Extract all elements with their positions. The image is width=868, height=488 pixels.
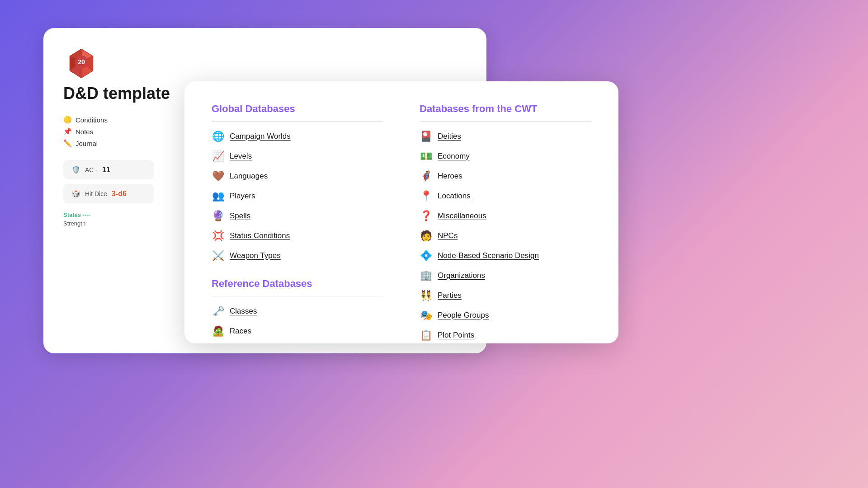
app-logo: 20 — [63, 46, 99, 82]
ac-value: 11 — [102, 166, 110, 174]
deities-label: Deities — [438, 132, 461, 141]
global-databases-divider — [212, 121, 383, 122]
db-item-plot-points[interactable]: 📋 Plot Points — [420, 329, 591, 341]
campaign-worlds-label: Campaign Worlds — [230, 132, 291, 141]
db-item-classes[interactable]: 🗝️ Classes — [212, 305, 383, 317]
reference-databases-divider — [212, 296, 383, 296]
db-item-players[interactable]: 👥 Players — [212, 190, 383, 202]
notes-icon: 📌 — [63, 127, 72, 136]
db-item-campaign-worlds[interactable]: 🌐 Campaign Worlds — [212, 131, 383, 142]
db-item-levels[interactable]: 📈 Levels — [212, 150, 383, 162]
hit-dice-stat-card: 🎲 Hit Dice 3-d6 — [63, 184, 154, 203]
global-databases-list: 🌐 Campaign Worlds 📈 Levels 🤎 Languages 👥… — [212, 131, 383, 262]
heroes-label: Heroes — [438, 172, 462, 181]
db-item-people-groups[interactable]: 🎭 People Groups — [420, 310, 591, 321]
deities-icon: 🎴 — [420, 131, 432, 142]
sidebar-label-notes: Notes — [75, 128, 93, 136]
status-conditions-icon: 💢 — [212, 230, 224, 242]
db-item-locations[interactable]: 📍 Locations — [420, 190, 591, 202]
global-databases-section: Global Databases 🌐 Campaign Worlds 📈 Lev… — [212, 103, 383, 262]
parties-icon: 👯 — [420, 290, 432, 301]
cwt-databases-heading: Databases from the CWT — [420, 103, 591, 115]
levels-icon: 📈 — [212, 150, 224, 162]
people-groups-label: People Groups — [438, 311, 489, 320]
global-databases-heading: Global Databases — [212, 103, 383, 115]
db-item-parties[interactable]: 👯 Parties — [420, 290, 591, 301]
locations-label: Locations — [438, 192, 471, 201]
db-item-heroes[interactable]: 🦸 Heroes — [420, 170, 591, 182]
db-item-node-based[interactable]: 💠 Node-Based Scenario Design — [420, 250, 591, 262]
db-item-languages[interactable]: 🤎 Languages — [212, 170, 383, 182]
ac-label: AC - — [85, 166, 98, 174]
reference-databases-list: 🗝️ Classes 🧟 Races 🧩 Subclass — [212, 305, 383, 343]
levels-label: Levels — [230, 152, 252, 161]
cwt-databases-section: Databases from the CWT 🎴 Deities 💵 Econo… — [420, 103, 591, 341]
hit-dice-label: Hit Dice — [85, 190, 107, 197]
right-column: Databases from the CWT 🎴 Deities 💵 Econo… — [420, 103, 591, 322]
economy-icon: 💵 — [420, 150, 432, 162]
dice-icon: 🎲 — [71, 189, 80, 198]
conditions-icon: 🟡 — [63, 116, 72, 124]
left-column: Global Databases 🌐 Campaign Worlds 📈 Lev… — [212, 103, 383, 322]
main-card: Global Databases 🌐 Campaign Worlds 📈 Lev… — [184, 81, 618, 343]
hit-dice-value: 3-d6 — [112, 190, 127, 198]
db-item-races[interactable]: 🧟 Races — [212, 325, 383, 337]
cwt-databases-divider — [420, 121, 591, 122]
organizations-label: Organizations — [438, 271, 485, 280]
sidebar-label-journal: Journal — [75, 140, 98, 147]
races-label: Races — [230, 327, 251, 336]
weapon-types-label: Weapon Types — [230, 251, 281, 260]
organizations-icon: 🏢 — [420, 270, 432, 282]
weapon-types-icon: ⚔️ — [212, 250, 224, 262]
reference-databases-heading: Reference Databases — [212, 278, 383, 290]
svg-text:20: 20 — [78, 58, 85, 66]
economy-label: Economy — [438, 152, 470, 161]
classes-label: Classes — [230, 307, 257, 316]
parties-label: Parties — [438, 291, 462, 300]
db-item-economy[interactable]: 💵 Economy — [420, 150, 591, 162]
classes-icon: 🗝️ — [212, 305, 224, 317]
cwt-databases-list: 🎴 Deities 💵 Economy 🦸 Heroes 📍 Locations — [420, 131, 591, 341]
players-icon: 👥 — [212, 190, 224, 202]
players-label: Players — [230, 192, 255, 201]
locations-icon: 📍 — [420, 190, 432, 202]
races-icon: 🧟 — [212, 325, 224, 337]
people-groups-icon: 🎭 — [420, 310, 432, 321]
heroes-icon: 🦸 — [420, 170, 432, 182]
languages-label: Languages — [230, 172, 268, 181]
ac-stat-card: 🛡️ AC - 11 — [63, 160, 154, 179]
plot-points-icon: 📋 — [420, 329, 432, 341]
plot-points-label: Plot Points — [438, 331, 474, 340]
db-item-spells[interactable]: 🔮 Spells — [212, 210, 383, 222]
spells-icon: 🔮 — [212, 210, 224, 222]
db-item-weapon-types[interactable]: ⚔️ Weapon Types — [212, 250, 383, 262]
db-item-deities[interactable]: 🎴 Deities — [420, 131, 591, 142]
node-based-icon: 💠 — [420, 250, 432, 262]
sidebar-label-conditions: Conditions — [75, 116, 108, 124]
npcs-icon: 🧑 — [420, 230, 432, 242]
npcs-label: NPCs — [438, 231, 458, 240]
reference-databases-section: Reference Databases 🗝️ Classes 🧟 Races 🧩… — [212, 278, 383, 343]
miscellaneous-icon: ❓ — [420, 210, 432, 222]
languages-icon: 🤎 — [212, 170, 224, 182]
db-item-npcs[interactable]: 🧑 NPCs — [420, 230, 591, 242]
db-item-status-conditions[interactable]: 💢 Status Conditions — [212, 230, 383, 242]
status-conditions-label: Status Conditions — [230, 231, 290, 240]
db-item-miscellaneous[interactable]: ❓ Miscellaneous — [420, 210, 591, 222]
spells-label: Spells — [230, 211, 250, 221]
journal-icon: ✏️ — [63, 139, 72, 147]
node-based-label: Node-Based Scenario Design — [438, 251, 539, 260]
campaign-worlds-icon: 🌐 — [212, 131, 224, 142]
miscellaneous-label: Miscellaneous — [438, 211, 486, 221]
shield-icon: 🛡️ — [71, 165, 80, 174]
db-item-organizations[interactable]: 🏢 Organizations — [420, 270, 591, 282]
